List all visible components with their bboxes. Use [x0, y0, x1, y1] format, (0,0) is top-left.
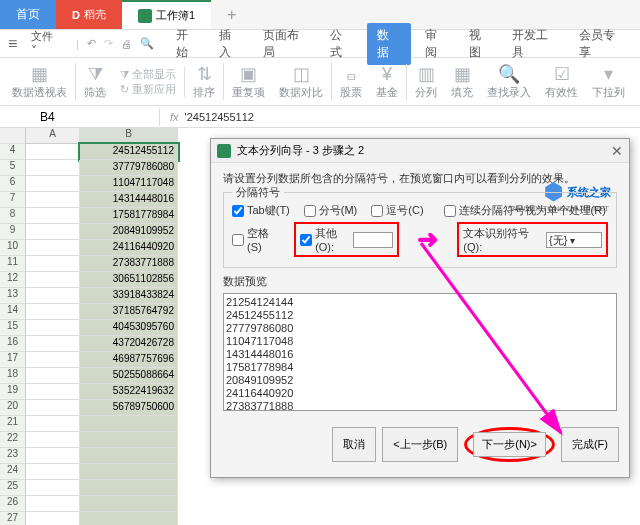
excel-icon [138, 9, 152, 23]
cell[interactable]: 43720426728 [80, 336, 178, 352]
save-icon[interactable]: 🖨 [121, 38, 132, 50]
cell[interactable]: 11047117048 [80, 176, 178, 192]
cell[interactable]: 24512455112 [80, 144, 178, 160]
tool-fund[interactable]: ¥基金 [370, 64, 407, 100]
group-delimiter-label: 分隔符号 [232, 185, 284, 200]
cell[interactable]: 46987757696 [80, 352, 178, 368]
tool-pivot[interactable]: ▦数据透视表 [6, 63, 76, 100]
hamburger-icon[interactable]: ≡ [8, 35, 17, 53]
arrow-annotation: ➜ [417, 224, 439, 255]
highlight-next: 下一步(N)> [464, 427, 555, 462]
tool-dropdown[interactable]: ▾下拉列 [586, 63, 631, 100]
menu-file[interactable]: 文件 ˅ [25, 26, 68, 61]
tool-split[interactable]: ▥分列 [409, 63, 443, 100]
row-headers: 4567891011121314151617181920212223242526… [0, 128, 26, 525]
formula-value[interactable]: '24512455112 [185, 111, 254, 123]
cell[interactable]: 27383771888 [80, 256, 178, 272]
tool-filter[interactable]: ⧩筛选 [78, 64, 112, 100]
text-qualifier-select[interactable]: {无} ▾ [546, 232, 602, 248]
cell[interactable]: 17581778984 [80, 208, 178, 224]
cell[interactable] [80, 480, 178, 496]
group-preview-label: 数据预览 [223, 275, 267, 287]
menu-vip[interactable]: 会员专享 [573, 24, 632, 64]
menu-dev[interactable]: 开发工具 [506, 24, 565, 64]
cell[interactable] [80, 512, 178, 525]
cell[interactable]: 50255088664 [80, 368, 178, 384]
cell-reference[interactable]: B4 [0, 108, 160, 126]
cell[interactable]: 56789750600 [80, 400, 178, 416]
cell[interactable]: 30651102856 [80, 272, 178, 288]
highlight-other: 其他(O): [294, 222, 399, 257]
tab-shell[interactable]: D稻壳 [56, 0, 122, 29]
tool-stock[interactable]: ⏛股票 [334, 64, 368, 100]
menu-data[interactable]: 数据 [367, 23, 411, 65]
finish-button[interactable]: 完成(F) [561, 427, 619, 462]
tool-sort[interactable]: ⇅排序 [187, 63, 224, 100]
menu-formula[interactable]: 公式 [324, 24, 360, 64]
preview-icon[interactable]: 🔍 [140, 37, 154, 50]
text-split-wizard-dialog: 文本分列向导 - 3 步骤之 2 ✕ ⬢系统之家 WWW.XITONGZHIJI… [210, 138, 630, 478]
chk-consecutive[interactable]: 连续分隔符号视为单个处理(R) [444, 203, 606, 218]
chk-other[interactable]: 其他(O): [300, 226, 349, 253]
chk-tab[interactable]: Tab键(T) [232, 203, 290, 218]
cancel-button[interactable]: 取消 [332, 427, 376, 462]
chk-semicolon[interactable]: 分号(M) [304, 203, 358, 218]
tool-showall[interactable]: ⧩ 全部显示↻ 重新应用 [114, 67, 185, 97]
highlight-textqual: 文本识别符号(Q): {无} ▾ [457, 222, 608, 257]
cell[interactable]: 37185764792 [80, 304, 178, 320]
cell[interactable]: 40453095760 [80, 320, 178, 336]
cell[interactable] [80, 432, 178, 448]
cell[interactable] [80, 496, 178, 512]
back-button[interactable]: <上一步(B) [382, 427, 458, 462]
tab-home[interactable]: 首页 [0, 0, 56, 29]
cell[interactable]: 14314448016 [80, 192, 178, 208]
undo-icon[interactable]: ↶ [87, 37, 96, 50]
menu-layout[interactable]: 页面布局 [257, 24, 316, 64]
next-button[interactable]: 下一步(N)> [473, 432, 546, 457]
data-grid[interactable]: 24512455112 37779786080 11047117048 1431… [26, 144, 178, 525]
tool-fill[interactable]: ▦填充 [445, 63, 479, 100]
cell[interactable] [80, 416, 178, 432]
menu-insert[interactable]: 插入 [213, 24, 249, 64]
chk-space[interactable]: 空格(S) [232, 226, 280, 253]
dialog-title: 文本分列向导 - 3 步骤之 2 [237, 143, 364, 158]
cell[interactable]: 24116440920 [80, 240, 178, 256]
tool-dup[interactable]: ▣重复项 [226, 63, 271, 100]
text-qualifier-label: 文本识别符号(Q): [463, 226, 542, 253]
cell[interactable]: 37779786080 [80, 160, 178, 176]
tool-valid[interactable]: ☑有效性 [539, 63, 584, 100]
chk-comma[interactable]: 逗号(C) [371, 203, 423, 218]
close-icon[interactable]: ✕ [611, 143, 623, 159]
excel-icon [217, 144, 231, 158]
tool-cmp[interactable]: ◫数据对比 [273, 63, 332, 100]
menu-view[interactable]: 视图 [463, 24, 499, 64]
other-delimiter-input[interactable] [353, 232, 393, 248]
menu-start[interactable]: 开始 [170, 24, 206, 64]
preview-pane: 21254124144 24512455112 27779786080 1104… [223, 293, 617, 411]
cell[interactable]: 20849109952 [80, 224, 178, 240]
menu-review[interactable]: 审阅 [419, 24, 455, 64]
tool-findin[interactable]: 🔍查找录入 [481, 63, 537, 100]
cell[interactable] [80, 448, 178, 464]
redo-icon[interactable]: ↷ [104, 37, 113, 50]
fx-icon[interactable]: fx [170, 111, 179, 123]
col-headers: AB [26, 128, 178, 144]
cell[interactable]: 33918433824 [80, 288, 178, 304]
cell[interactable]: 53522419632 [80, 384, 178, 400]
cell[interactable] [80, 464, 178, 480]
